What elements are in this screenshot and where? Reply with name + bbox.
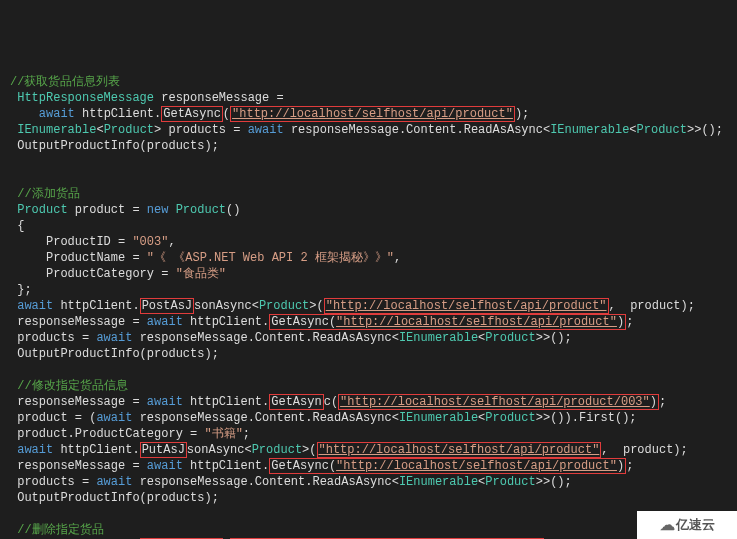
watermark-badge: ☁︎ 亿速云 (637, 511, 737, 539)
highlight-box: "http://localhost/selfhost/api/product" (324, 298, 609, 314)
highlight-box: "http://localhost/selfhost/api/product" (230, 106, 515, 122)
comment: //获取货品信息列表 (10, 75, 120, 89)
highlight-box: GetAsync("http://localhost/selfhost/api/… (269, 458, 626, 474)
code-block: //获取货品信息列表 HttpResponseMessage responseM… (10, 74, 727, 539)
comment: //删除指定货品 (17, 523, 103, 537)
comment: //修改指定货品信息 (17, 379, 127, 393)
cloud-icon: ☁︎ (660, 517, 672, 533)
highlight-box: "http://localhost/selfhost/api/product/0… (338, 394, 659, 410)
highlight-box: GetAsync (161, 106, 223, 122)
highlight-box: "http://localhost/selfhost/api/product" (317, 442, 602, 458)
type: HttpResponseMessage (17, 91, 154, 105)
comment: //添加货品 (17, 187, 79, 201)
highlight-box: GetAsync("http://localhost/selfhost/api/… (269, 314, 626, 330)
watermark-label: 亿速云 (676, 517, 715, 533)
highlight-box: PutAsJ (140, 442, 187, 458)
highlight-box: GetAsyn (269, 394, 323, 410)
highlight-box: PostAsJ (140, 298, 194, 314)
